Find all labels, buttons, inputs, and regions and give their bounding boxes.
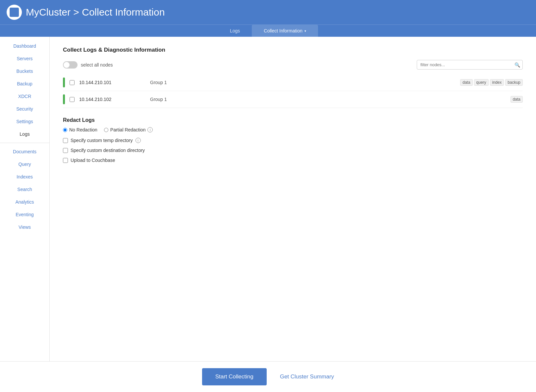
redact-section: Redact Logs No Redaction Partial Redacti… [63, 117, 523, 163]
nodes-header: select all nodes 🔍 [63, 60, 523, 70]
upload-checkbox[interactable] [63, 158, 68, 163]
toggle-area: select all nodes [63, 61, 113, 69]
partial-redaction-info-icon[interactable]: i [147, 127, 153, 132]
sidebar-item-dashboard[interactable]: Dashboard [0, 40, 49, 52]
node-ip-2: 10.144.210.102 [79, 97, 145, 102]
sidebar-item-eventing[interactable]: Eventing [0, 209, 49, 220]
sidebar-item-query[interactable]: Query [0, 158, 49, 170]
node-group-1: Group 1 [150, 80, 456, 85]
sidebar-item-indexes[interactable]: Indexes [0, 171, 49, 183]
sidebar-item-documents[interactable]: Documents [0, 146, 49, 158]
filter-nodes-input[interactable] [417, 60, 523, 70]
no-redaction-radio[interactable] [63, 128, 67, 132]
sidebar-item-buckets[interactable]: Buckets [0, 65, 49, 77]
node-status-indicator-2 [63, 94, 65, 104]
search-icon: 🔍 [514, 62, 520, 68]
sidebar-item-logs[interactable]: Logs [0, 128, 49, 140]
table-row: 10.144.210.102 Group 1 data [63, 91, 523, 108]
sidebar-item-views[interactable]: Views [0, 221, 49, 233]
start-collecting-button[interactable]: Start Collecting [202, 368, 267, 385]
node-tag-backup: backup [505, 79, 523, 86]
chevron-down-icon: ▾ [304, 29, 306, 33]
node-tag-data-2: data [510, 96, 523, 103]
node-tag-data: data [460, 79, 472, 86]
toggle-label: select all nodes [81, 62, 113, 68]
custom-dest-checkbox[interactable] [63, 148, 68, 153]
sidebar-item-servers[interactable]: Servers [0, 53, 49, 65]
logo-icon [10, 8, 19, 17]
content-area: Collect Logs & Diagnostic Information se… [50, 37, 536, 361]
sidebar-divider [0, 143, 49, 143]
tab-collect-information[interactable]: Collect Information ▾ [252, 25, 318, 37]
node-checkbox-2[interactable] [70, 97, 75, 102]
no-redaction-label: No Redaction [69, 127, 97, 132]
section-title: Collect Logs & Diagnostic Information [63, 47, 523, 53]
sidebar-item-search[interactable]: Search [0, 183, 49, 195]
custom-temp-info-icon[interactable]: i [135, 138, 141, 143]
node-group-2: Group 1 [150, 97, 506, 102]
header-title: MyCluster > Collect Information [26, 7, 165, 18]
app-logo [7, 5, 22, 20]
upload-row: Upload to Couchbase [63, 158, 523, 163]
node-tag-query: query [474, 79, 489, 86]
redact-title: Redact Logs [63, 117, 523, 123]
sidebar-item-analytics[interactable]: Analytics [0, 196, 49, 208]
node-tags-1: data query index backup [460, 79, 523, 86]
filter-input-wrap: 🔍 [417, 60, 523, 70]
app-header: MyCluster > Collect Information [0, 0, 536, 24]
partial-redaction-option[interactable]: Partial Redaction i [104, 127, 153, 132]
sidebar-item-xdcr[interactable]: XDCR [0, 90, 49, 102]
custom-dest-row: Specify custom destination directory [63, 148, 523, 153]
tab-logs[interactable]: Logs [218, 25, 252, 37]
custom-temp-label: Specify custom temp directory [71, 138, 133, 143]
no-redaction-option[interactable]: No Redaction [63, 127, 97, 132]
select-all-nodes-toggle[interactable] [63, 61, 78, 69]
tab-bar: Logs Collect Information ▾ [0, 24, 536, 37]
sidebar-item-backup[interactable]: Backup [0, 78, 49, 90]
get-cluster-summary-button[interactable]: Get Cluster Summary [280, 373, 334, 380]
redact-radio-row: No Redaction Partial Redaction i [63, 127, 523, 132]
node-tag-index: index [490, 79, 504, 86]
custom-dest-label: Specify custom destination directory [71, 148, 145, 153]
node-ip-1: 10.144.210.101 [79, 80, 145, 85]
node-checkbox-1[interactable] [70, 80, 75, 85]
sidebar: Dashboard Servers Buckets Backup XDCR Se… [0, 37, 50, 361]
upload-label: Upload to Couchbase [71, 158, 115, 163]
custom-temp-checkbox[interactable] [63, 138, 68, 143]
node-tags-2: data [510, 96, 523, 103]
partial-redaction-radio[interactable] [104, 128, 108, 132]
node-status-indicator [63, 77, 65, 87]
partial-redaction-label: Partial Redaction [110, 127, 146, 132]
main-layout: Dashboard Servers Buckets Backup XDCR Se… [0, 37, 536, 361]
custom-temp-row: Specify custom temp directory i [63, 138, 523, 143]
footer: Start Collecting Get Cluster Summary [0, 361, 536, 392]
table-row: 10.144.210.101 Group 1 data query index … [63, 74, 523, 91]
sidebar-item-settings[interactable]: Settings [0, 116, 49, 127]
sidebar-item-security[interactable]: Security [0, 103, 49, 115]
